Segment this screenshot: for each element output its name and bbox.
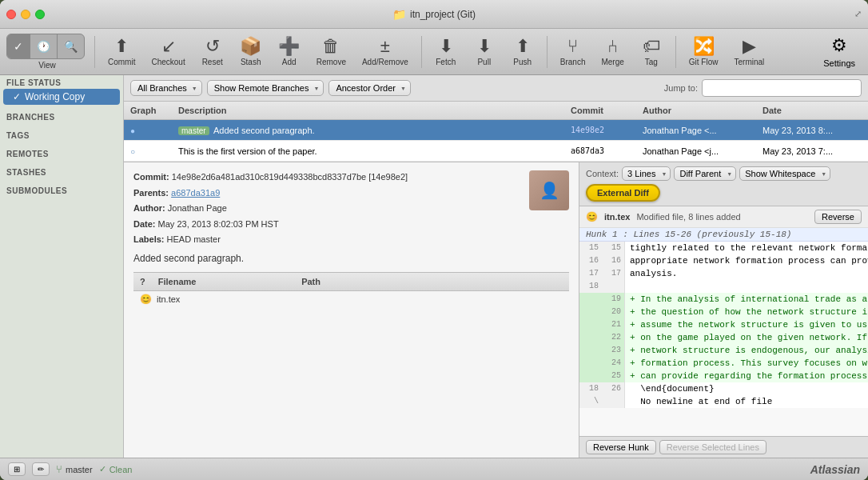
- git-flow-button[interactable]: 🔀 Git Flow: [683, 34, 725, 70]
- stash-button[interactable]: 📦 Stash: [233, 34, 269, 70]
- check-icon: ✓: [13, 91, 21, 102]
- external-diff-button[interactable]: External Diff: [586, 184, 660, 202]
- file-header-q: ?: [133, 275, 152, 288]
- pull-label: Pull: [477, 58, 491, 66]
- author-line: Author: Jonathan Page: [133, 202, 569, 215]
- branch-label: Branch: [560, 58, 586, 66]
- add-remove-button[interactable]: ± Add/Remove: [356, 34, 415, 70]
- parents-link[interactable]: a687da31a9: [171, 188, 220, 198]
- add-button[interactable]: ➕ Add: [272, 34, 307, 70]
- close-button[interactable]: [6, 10, 16, 19]
- checkout-button[interactable]: ↙ Checkout: [145, 34, 191, 70]
- diff-line-add20: 20 + the question of how the network str…: [579, 306, 868, 318]
- fetch-icon: ⬇: [439, 38, 453, 55]
- view-toggle-btn[interactable]: ⊞: [8, 462, 26, 476]
- bottom-bar: ⊞ ✏ ⑂ master ✓ Clean Atlassian: [0, 458, 868, 480]
- commit-info-panel: 👤 Commit: 14e98e2d6a481ad310c819d449338b…: [124, 162, 579, 458]
- header-graph[interactable]: Graph: [124, 104, 172, 117]
- reset-icon: ↺: [205, 38, 220, 55]
- sep4: [675, 36, 676, 68]
- header-author[interactable]: Author: [636, 104, 756, 117]
- toolbar: ✓ 🕐 🔍 View ⬆ Commit ↙ Checkout ↺ Reset 📦…: [0, 29, 868, 75]
- row2-commit: a687da3: [564, 145, 636, 157]
- table-row[interactable]: ○ This is the first version of the paper…: [124, 141, 868, 162]
- view-search-btn[interactable]: 🔍: [58, 34, 84, 58]
- branch-button[interactable]: ⑂ Branch: [554, 34, 592, 70]
- context-select[interactable]: 3 Lines: [622, 166, 671, 181]
- branch-status-icon: ⑂: [56, 463, 62, 475]
- stash-icon: 📦: [240, 38, 261, 55]
- diff-file-header: 😊 itn.tex Modified file, 8 lines added R…: [579, 206, 868, 228]
- checkout-label: Checkout: [151, 58, 185, 66]
- diff-line-enddoc: 18 26 \end{document}: [579, 382, 868, 395]
- view-clock-btn[interactable]: 🕐: [30, 34, 58, 58]
- remove-label: Remove: [317, 58, 346, 66]
- parents-line: Parents: a687da31a9: [133, 186, 569, 200]
- diff-line-add22: 22 + on the game played on the given net…: [579, 331, 868, 344]
- commit-message: Added second paragraph.: [133, 253, 569, 264]
- diff-line-add24: 24 + formation process. This survey focu…: [579, 357, 868, 370]
- reverse-button[interactable]: Reverse: [814, 210, 862, 224]
- header-desc[interactable]: Description: [172, 104, 564, 117]
- show-whitespace-select[interactable]: Show Whitespace: [739, 166, 830, 181]
- file-status-header: FILE STATUS: [0, 75, 123, 89]
- push-label: Push: [513, 58, 532, 66]
- branch-indicator: ⑂ master: [56, 463, 93, 475]
- jump-to-input[interactable]: [702, 79, 862, 97]
- branch-bar: All Branches Show Remote Branches Ancest…: [124, 75, 868, 102]
- remove-button[interactable]: 🗑 Remove: [310, 34, 352, 70]
- pull-button[interactable]: ⬇ Pull: [467, 34, 502, 70]
- labels-line: Labels: HEAD master: [133, 233, 569, 246]
- table-header: Graph Description Commit Author Date: [124, 102, 868, 120]
- diff-toolbar: Context: 3 Lines Diff Parent Show Whites…: [579, 162, 868, 206]
- row1-commit: 14e98e2: [564, 124, 636, 136]
- settings-button[interactable]: ⚙ Settings: [817, 32, 862, 71]
- bottom-section: 👤 Commit: 14e98e2d6a481ad310c819d449338b…: [124, 162, 868, 458]
- reset-button[interactable]: ↺ Reset: [195, 34, 230, 70]
- minimize-button[interactable]: [21, 10, 30, 19]
- tags-header: TAGS: [0, 128, 123, 142]
- view-label: View: [38, 61, 56, 70]
- show-remote-select[interactable]: Show Remote Branches: [207, 80, 325, 96]
- remotes-header: REMOTES: [0, 146, 123, 160]
- diff-line-nonewline: \ No newline at end of file: [579, 395, 868, 408]
- reverse-selected-button[interactable]: Reverse Selected Lines: [659, 440, 766, 454]
- commit-button[interactable]: ⬆ Commit: [102, 34, 141, 70]
- stashes-header: STASHES: [0, 165, 123, 178]
- add-remove-icon: ±: [380, 38, 390, 55]
- maximize-button[interactable]: [35, 10, 45, 19]
- terminal-button[interactable]: ▶ Terminal: [727, 34, 770, 70]
- diff-line-15a: 15 15 tightly related to the relevant ne…: [579, 242, 868, 254]
- expand-button[interactable]: ⤢: [854, 9, 862, 19]
- push-button[interactable]: ⬆ Push: [505, 34, 540, 70]
- fetch-button[interactable]: ⬇ Fetch: [428, 34, 464, 70]
- view-toggle-icon: ⊞: [14, 465, 20, 474]
- remove-icon: 🗑: [322, 38, 340, 55]
- reverse-hunk-button[interactable]: Reverse Hunk: [586, 440, 656, 454]
- file-table-header: ? Filename Path: [133, 272, 569, 291]
- header-commit[interactable]: Commit: [564, 104, 636, 117]
- diff-file-info: Modified file, 8 lines added: [636, 212, 808, 222]
- checkout-icon: ↙: [161, 38, 176, 55]
- sidebar-item-working-copy[interactable]: ✓ Working Copy: [3, 89, 120, 105]
- view-check-btn[interactable]: ✓: [7, 34, 30, 58]
- traffic-lights: [6, 10, 45, 19]
- file-status-icon: 😊: [140, 294, 152, 305]
- tag-button[interactable]: 🏷 Tag: [634, 34, 669, 70]
- header-date[interactable]: Date: [756, 104, 868, 117]
- diff-file-name: itn.tex: [604, 212, 630, 222]
- edit-btn[interactable]: ✏: [32, 462, 50, 476]
- file-row[interactable]: 😊 itn.tex: [133, 291, 569, 307]
- window-title: 📁 itn_project (Git): [392, 8, 476, 21]
- merge-button[interactable]: ⑃ Merge: [595, 34, 630, 70]
- title-bar: 📁 itn_project (Git) ⤢: [0, 0, 868, 29]
- avatar: 👤: [529, 170, 569, 210]
- commit-hash-value: 14e98e2d6a481ad310c819d449338bcd8337d7be…: [172, 172, 408, 182]
- clean-label: Clean: [109, 465, 133, 474]
- all-branches-select[interactable]: All Branches: [130, 80, 202, 96]
- sep1: [94, 36, 95, 68]
- ancestor-order-select[interactable]: Ancestor Order: [328, 80, 411, 96]
- diff-parent-select[interactable]: Diff Parent: [674, 166, 736, 181]
- table-row[interactable]: ● master Added second paragraph. 14e98e2…: [124, 120, 868, 141]
- row1-date: May 23, 2013 8:...: [756, 124, 868, 137]
